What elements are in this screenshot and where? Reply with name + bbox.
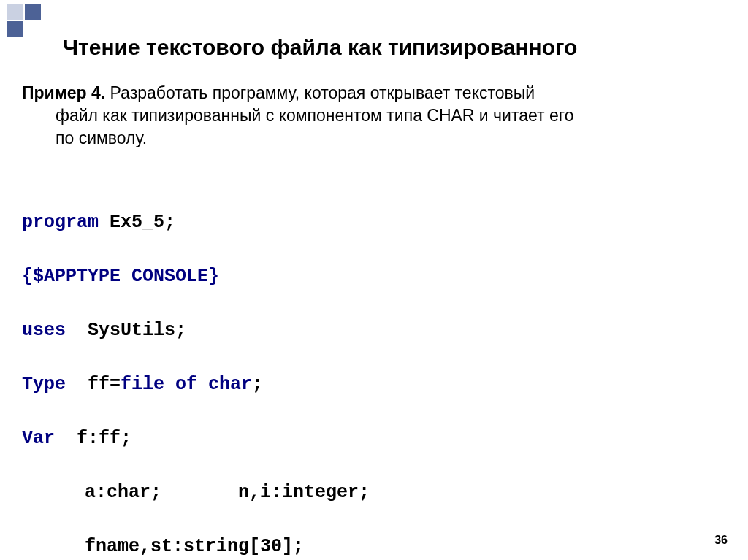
code-text: SysUtils;	[66, 320, 186, 341]
code-text: fname,st:string[30];	[85, 536, 304, 557]
problem-line-2: файл как типизированный с компонентом ти…	[22, 104, 728, 127]
page-number: 36	[714, 534, 728, 547]
code-line: uses SysUtils;	[22, 317, 733, 344]
code-text: a:char; n,i:integer;	[85, 482, 370, 503]
code-text: f:ff;	[55, 428, 131, 449]
deco-square	[25, 4, 41, 20]
code-line: fname,st:string[30];	[22, 533, 733, 560]
kw-type: Type	[22, 374, 66, 395]
kw-uses: uses	[22, 320, 66, 341]
code-listing: program Ex5_5; {$APPTYPE CONSOLE} uses S…	[22, 182, 733, 560]
deco-square	[7, 4, 23, 20]
problem-line-3: по символу.	[22, 127, 728, 150]
deco-square	[7, 21, 23, 37]
directive-apptype: {$APPTYPE CONSOLE}	[22, 266, 219, 287]
code-line: a:char; n,i:integer;	[22, 479, 733, 506]
code-text: Ex5_5;	[99, 212, 175, 233]
code-line: Var f:ff;	[22, 425, 733, 452]
slide-body: Пример 4. Разработать программу, которая…	[22, 82, 733, 560]
code-text: ;	[252, 374, 263, 395]
code-line: Type ff=file of char;	[22, 371, 733, 398]
corner-decoration	[0, 0, 66, 44]
problem-line-1: Разработать программу, которая открывает…	[105, 83, 535, 102]
example-label: Пример 4.	[22, 83, 105, 102]
slide-title: Чтение текстового файла как типизированн…	[63, 35, 748, 60]
kw-var: Var	[22, 428, 55, 449]
code-text: ff=	[66, 374, 121, 395]
code-line: {$APPTYPE CONSOLE}	[22, 263, 733, 290]
code-line: program Ex5_5;	[22, 209, 733, 236]
slide: Чтение текстового файла как типизированн…	[0, 0, 748, 560]
kw-file-of-char: file of char	[121, 374, 252, 395]
kw-program: program	[22, 212, 99, 233]
problem-statement: Пример 4. Разработать программу, которая…	[22, 82, 733, 150]
